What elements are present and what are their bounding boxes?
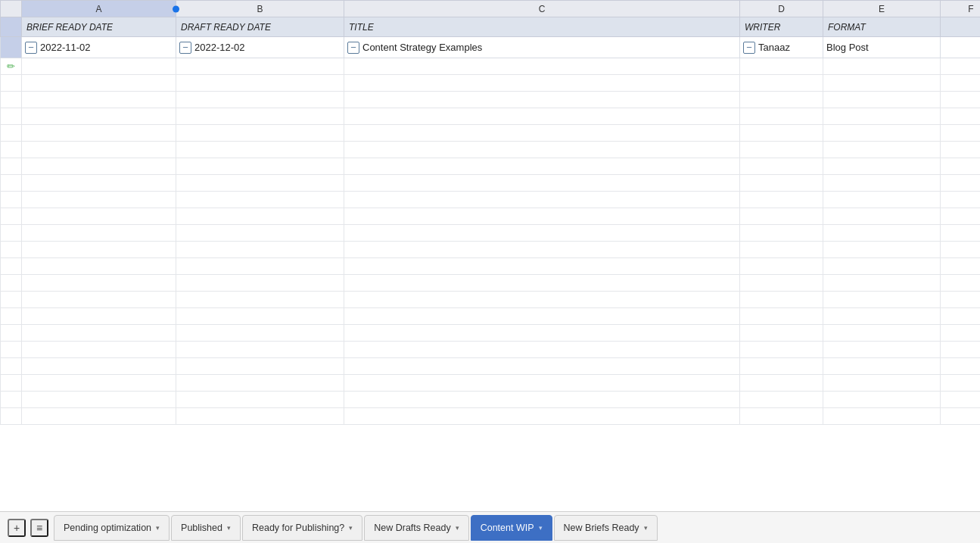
empty-cell-d2[interactable]: [740, 58, 823, 75]
empty-row: [1, 142, 981, 158]
empty-row: [1, 358, 981, 375]
col-label-title: TITLE: [344, 17, 740, 37]
empty-row: [1, 208, 981, 225]
row-header: [1, 258, 22, 275]
cell-draft-ready-date[interactable]: 2022-12-02: [176, 37, 344, 58]
column-header-row: A B C D E F: [1, 1, 981, 17]
row-header-label-row: [1, 17, 22, 37]
tab-bar: + ≡ Pending optimization ▾ Published ▾ R…: [0, 511, 980, 543]
row-header: [1, 208, 22, 225]
row-header: [1, 92, 22, 108]
row-header: [1, 125, 22, 142]
row-header-edit: ✏: [1, 58, 22, 75]
row-header: [1, 292, 22, 308]
empty-cell-b2[interactable]: [176, 58, 344, 75]
row-header: [1, 75, 22, 92]
empty-row: [1, 158, 981, 175]
row-header: [1, 358, 22, 375]
chevron-down-icon: ▾: [349, 524, 353, 532]
empty-row: [1, 325, 981, 342]
row-header: [1, 158, 22, 175]
tab-new-drafts-ready[interactable]: New Drafts Ready ▾: [364, 515, 468, 541]
spreadsheet-container: A B C D E F: [0, 0, 980, 511]
tab-content-wip[interactable]: Content WIP ▾: [471, 515, 552, 541]
col-label-writer: WRITER: [740, 17, 823, 37]
empty-row: [1, 292, 981, 308]
col-header-b[interactable]: B: [176, 1, 344, 17]
empty-cell-a2[interactable]: [22, 58, 176, 75]
cell-extra: [941, 37, 981, 58]
tab-new-briefs-ready[interactable]: New Briefs Ready ▾: [554, 515, 658, 541]
column-labels-row: BRIEF READY DATE DRAFT READY DATE TITLE …: [1, 17, 981, 37]
empty-row: [1, 275, 981, 292]
row-header: [1, 308, 22, 325]
row-header: [1, 225, 22, 242]
tab-pending-optimization[interactable]: Pending optimization ▾: [54, 515, 170, 541]
minus-button-a[interactable]: [25, 42, 37, 54]
col-header-f[interactable]: F: [941, 1, 981, 17]
empty-row: [1, 75, 981, 92]
row-header: [1, 375, 22, 392]
empty-cell-e2[interactable]: [823, 58, 941, 75]
empty-row: [1, 408, 981, 425]
row-header: [1, 192, 22, 208]
row-header: [1, 242, 22, 258]
chevron-down-icon: ▾: [644, 524, 648, 532]
row-header: [1, 408, 22, 425]
table-row: 2022-11-02 2022-12-02 Content Strategy E…: [1, 37, 981, 58]
cell-format[interactable]: Blog Post: [823, 37, 941, 58]
empty-cell-c2[interactable]: [344, 58, 740, 75]
col-header-c[interactable]: C: [344, 1, 740, 17]
empty-row: [1, 92, 981, 108]
col-header-e[interactable]: E: [823, 1, 941, 17]
cell-title[interactable]: Content Strategy Examples: [344, 37, 740, 58]
empty-row: [1, 125, 981, 142]
row-header: [1, 392, 22, 408]
empty-row: [1, 108, 981, 125]
empty-cell-f2[interactable]: [941, 58, 981, 75]
row-number-corner: [1, 1, 22, 17]
col-label-draft-ready-date: DRAFT READY DATE: [176, 17, 344, 37]
minus-button-b[interactable]: [179, 42, 191, 54]
empty-row: [1, 225, 981, 242]
blue-indicator-dot: [173, 5, 179, 12]
row-header: [1, 108, 22, 125]
row-header: [1, 175, 22, 192]
minus-button-c[interactable]: [347, 42, 359, 54]
col-label-extra: [941, 17, 981, 37]
tab-published[interactable]: Published ▾: [171, 515, 241, 541]
row-header-1: [1, 37, 22, 58]
row-header: [1, 325, 22, 342]
add-sheet-button[interactable]: +: [8, 519, 26, 537]
col-header-a[interactable]: A: [22, 1, 176, 17]
row-header: [1, 342, 22, 358]
col-header-d[interactable]: D: [740, 1, 823, 17]
sheet-menu-button[interactable]: ≡: [30, 519, 48, 537]
tab-ready-for-publishing[interactable]: Ready for Publishing? ▾: [242, 515, 362, 541]
empty-row: [1, 392, 981, 408]
col-label-brief-ready-date: BRIEF READY DATE: [22, 17, 176, 37]
tab-bar-controls: + ≡: [3, 519, 53, 537]
row-header: [1, 142, 22, 158]
chevron-down-icon: ▾: [227, 524, 231, 532]
spreadsheet-grid: A B C D E F: [0, 0, 980, 425]
empty-row: [1, 258, 981, 275]
chevron-down-icon: ▾: [456, 524, 459, 532]
empty-row: [1, 192, 981, 208]
empty-row: [1, 375, 981, 392]
empty-row: [1, 342, 981, 358]
empty-row: [1, 175, 981, 192]
empty-row: [1, 308, 981, 325]
chevron-down-icon: ▾: [156, 524, 160, 532]
col-label-format: FORMAT: [823, 17, 941, 37]
row-header: [1, 275, 22, 292]
empty-row: [1, 242, 981, 258]
chevron-down-icon: ▾: [539, 524, 543, 532]
minus-button-d[interactable]: [743, 42, 755, 54]
cell-brief-ready-date[interactable]: 2022-11-02: [22, 37, 176, 58]
cell-writer[interactable]: Tanaaz: [740, 37, 823, 58]
empty-row-edit: ✏: [1, 58, 981, 75]
pencil-icon[interactable]: ✏: [7, 61, 15, 72]
